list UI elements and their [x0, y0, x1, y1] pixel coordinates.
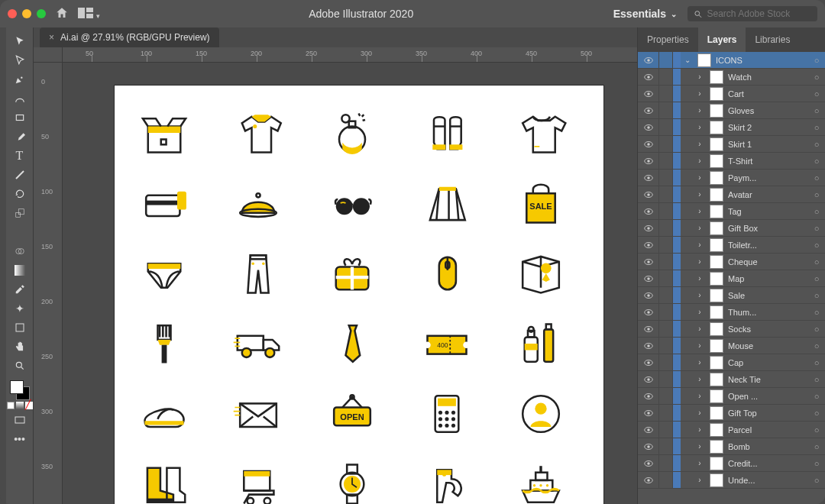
expand-toggle[interactable]: ›: [693, 476, 707, 484]
canvas[interactable]: [63, 63, 637, 504]
panel-tab-properties[interactable]: Properties: [638, 27, 698, 52]
lock-toggle[interactable]: [659, 86, 673, 102]
lock-toggle[interactable]: [659, 170, 673, 186]
target-icon[interactable]: ○: [808, 140, 825, 149]
layer-row[interactable]: ›Unde...○: [638, 472, 825, 489]
sandal-icon[interactable]: [136, 388, 192, 440]
lock-toggle[interactable]: [659, 338, 673, 354]
layer-name[interactable]: Toiletr...: [726, 241, 808, 250]
color-mode[interactable]: [7, 402, 15, 409]
layer-row[interactable]: ›Bomb○: [638, 438, 825, 455]
zoom-tool[interactable]: [9, 357, 31, 374]
target-icon[interactable]: ○: [808, 409, 825, 418]
layer-name[interactable]: Paym...: [726, 173, 808, 183]
layer-row[interactable]: ›Watch○: [638, 69, 825, 86]
calculator-icon[interactable]: [419, 388, 475, 440]
expand-toggle[interactable]: ›: [693, 89, 707, 98]
expand-toggle[interactable]: ›: [693, 291, 707, 299]
layer-row[interactable]: ›Toiletr...○: [638, 237, 825, 254]
layer-name[interactable]: Parcel: [726, 425, 808, 435]
target-icon[interactable]: ○: [808, 375, 825, 384]
scale-tool[interactable]: [9, 204, 31, 221]
layer-row[interactable]: ›Open ...○: [638, 388, 825, 405]
pants-icon[interactable]: [230, 247, 286, 299]
expand-toggle[interactable]: ›: [693, 140, 707, 148]
dryer-icon[interactable]: [419, 458, 475, 504]
expand-toggle[interactable]: ⌄: [681, 56, 694, 64]
lock-toggle[interactable]: [659, 287, 673, 303]
layer-row[interactable]: ›Map○: [638, 270, 825, 287]
home-icon[interactable]: [55, 6, 69, 22]
lock-toggle[interactable]: [659, 371, 673, 387]
lock-toggle[interactable]: [659, 119, 673, 135]
sunglasses-icon[interactable]: [324, 177, 380, 229]
panel-tab-layers[interactable]: Layers: [698, 27, 746, 52]
skirt-icon[interactable]: [419, 177, 475, 229]
layer-row[interactable]: ›Skirt 1○: [638, 136, 825, 153]
brush-icon[interactable]: [136, 318, 192, 370]
target-icon[interactable]: ○: [808, 157, 825, 166]
target-icon[interactable]: ○: [808, 476, 825, 485]
ship-icon[interactable]: [513, 458, 569, 504]
expand-toggle[interactable]: ›: [693, 157, 707, 165]
selection-tool[interactable]: [9, 32, 31, 50]
visibility-toggle[interactable]: [638, 254, 659, 270]
layer-row[interactable]: ›Credit...○: [638, 455, 825, 472]
layer-name[interactable]: Cheque: [726, 257, 808, 267]
target-icon[interactable]: ○: [808, 325, 825, 334]
visibility-toggle[interactable]: [638, 69, 659, 85]
target-icon[interactable]: ○: [808, 257, 825, 267]
envelope-icon[interactable]: [230, 388, 286, 440]
visibility-toggle[interactable]: [638, 102, 659, 118]
close-window-button[interactable]: [8, 9, 17, 18]
target-icon[interactable]: ○: [808, 173, 825, 183]
ruler-origin[interactable]: [34, 47, 63, 63]
lock-toggle[interactable]: [659, 438, 673, 454]
visibility-toggle[interactable]: [638, 321, 659, 337]
truck-icon[interactable]: [230, 318, 286, 370]
gift-icon[interactable]: [324, 247, 380, 299]
expand-toggle[interactable]: ›: [693, 224, 707, 232]
layer-row[interactable]: ›Neck Tie○: [638, 371, 825, 388]
direct-selection-tool[interactable]: [9, 51, 31, 69]
expand-toggle[interactable]: ›: [693, 241, 707, 249]
expand-toggle[interactable]: ›: [693, 459, 707, 467]
expand-toggle[interactable]: ›: [693, 341, 707, 350]
lock-toggle[interactable]: [659, 102, 673, 118]
visibility-toggle[interactable]: [638, 371, 659, 387]
expand-toggle[interactable]: ›: [693, 425, 707, 434]
expand-toggle[interactable]: ›: [693, 190, 707, 199]
cap-icon[interactable]: [230, 177, 286, 229]
width-tool[interactable]: [9, 223, 31, 241]
ticket-icon[interactable]: [419, 318, 475, 370]
visibility-toggle[interactable]: [638, 220, 659, 236]
watch-icon[interactable]: [324, 458, 380, 504]
pen-tool[interactable]: [9, 70, 31, 88]
target-icon[interactable]: ○: [808, 442, 825, 451]
screen-mode[interactable]: [9, 411, 31, 428]
visibility-toggle[interactable]: [638, 86, 659, 102]
tie-icon[interactable]: [324, 318, 380, 370]
eyedropper-tool[interactable]: [9, 280, 31, 298]
layer-name[interactable]: Gloves: [726, 106, 808, 115]
target-icon[interactable]: ○: [808, 392, 825, 401]
target-icon[interactable]: ○: [808, 459, 825, 468]
visibility-toggle[interactable]: [638, 438, 659, 454]
none-mode[interactable]: ╱: [25, 402, 33, 409]
expand-toggle[interactable]: ›: [693, 106, 707, 115]
fill-stroke-swatches[interactable]: ╱: [7, 380, 33, 409]
map-pin-icon[interactable]: [513, 247, 569, 299]
target-icon[interactable]: ○: [808, 207, 825, 216]
layer-row[interactable]: ›Avatar○: [638, 186, 825, 203]
horizontal-ruler[interactable]: 50100150200250300350400450500: [63, 47, 637, 63]
layer-row[interactable]: ›Paym...○: [638, 170, 825, 186]
polo-shirt-icon[interactable]: [230, 107, 286, 159]
expand-toggle[interactable]: ›: [693, 207, 707, 215]
search-input[interactable]: [707, 8, 811, 19]
gradient-mode[interactable]: [16, 402, 24, 409]
layer-name[interactable]: Thum...: [726, 308, 808, 317]
visibility-toggle[interactable]: [638, 472, 659, 488]
layer-row[interactable]: ›T-Shirt○: [638, 153, 825, 170]
expand-toggle[interactable]: ›: [693, 392, 707, 400]
expand-toggle[interactable]: ›: [693, 375, 707, 383]
